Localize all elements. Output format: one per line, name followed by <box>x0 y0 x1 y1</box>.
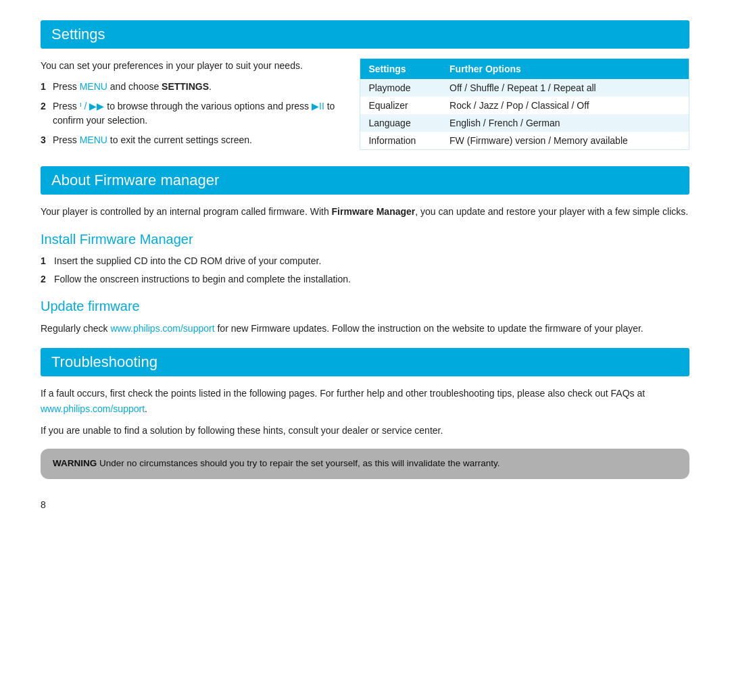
settings-step-2: 2 Press ᑊ / ▶▶ to browse through the var… <box>41 99 339 128</box>
warning-text: Under no circumstances should you try to… <box>97 458 500 468</box>
table-row: Playmode Off / Shuffle / Repeat 1 / Repe… <box>360 79 689 97</box>
settings-left-column: You can set your preferences in your pla… <box>41 58 339 154</box>
page-number: 8 <box>41 499 689 510</box>
install-step-2: 2 Follow the onscreen instructions to be… <box>41 272 689 286</box>
about-firmware-text: Your player is controlled by an internal… <box>41 204 689 219</box>
setting-options-equalizer: Rock / Jazz / Pop / Classical / Off <box>441 97 689 114</box>
setting-name-playmode: Playmode <box>360 79 441 97</box>
setting-options-playmode: Off / Shuffle / Repeat 1 / Repeat all <box>441 79 689 97</box>
settings-step-1: 1 Press MENU and choose SETTINGS. <box>41 80 339 94</box>
philips-support-link-trouble[interactable]: www.philips.com/support <box>41 403 145 414</box>
install-steps-list: 1 Insert the supplied CD into the CD ROM… <box>41 254 689 286</box>
troubleshooting-p2: If you are unable to find a solution by … <box>41 423 689 438</box>
table-header-row: Settings Further Options <box>360 59 689 80</box>
setting-options-information: FW (Firmware) version / Memory available <box>441 132 689 150</box>
warning-label: WARNING <box>53 458 97 468</box>
install-step-1-num: 1 <box>41 254 46 268</box>
menu-word-3: MENU <box>80 134 107 145</box>
table-row: Information FW (Firmware) version / Memo… <box>360 132 689 150</box>
warning-box: WARNING Under no circumstances should yo… <box>41 449 689 478</box>
about-text-after: , you can update and restore your player… <box>415 206 688 217</box>
firmware-manager-bold: Firmware Manager <box>332 206 416 217</box>
troubleshooting-header: Troubleshooting <box>41 348 689 376</box>
update-text-after: for new Firmware updates. Follow the ins… <box>215 323 643 334</box>
menu-word-1: MENU <box>80 81 107 92</box>
prev-next-icon: ᑊ / ▶▶ <box>80 101 105 111</box>
troubleshooting-p1-before: If a fault occurs, first check the point… <box>41 388 645 399</box>
settings-bold: SETTINGS <box>162 81 209 92</box>
table-row: Language English / French / German <box>360 114 689 132</box>
install-firmware-header: Install Firmware Manager <box>41 232 689 247</box>
install-firmware-section: Install Firmware Manager 1 Insert the su… <box>41 232 689 286</box>
table-col2-header: Further Options <box>441 59 689 80</box>
settings-options-table: Settings Further Options Playmode Off / … <box>360 58 689 150</box>
setting-options-language: English / French / German <box>441 114 689 132</box>
settings-section: Settings You can set your preferences in… <box>41 20 689 154</box>
about-text-before: Your player is controlled by an internal… <box>41 206 332 217</box>
settings-header: Settings <box>41 20 689 49</box>
update-firmware-header: Update firmware <box>41 299 689 314</box>
table-row: Equalizer Rock / Jazz / Pop / Classical … <box>360 97 689 114</box>
install-step-1: 1 Insert the supplied CD into the CD ROM… <box>41 254 689 268</box>
step-3-num: 3 <box>41 133 46 147</box>
settings-step-3: 3 Press MENU to exit the current setting… <box>41 133 339 147</box>
step-2-num: 2 <box>41 99 46 114</box>
table-col1-header: Settings <box>360 59 441 80</box>
install-step-2-num: 2 <box>41 272 46 286</box>
setting-name-language: Language <box>360 114 441 132</box>
about-firmware-header: About Firmware manager <box>41 166 689 195</box>
settings-steps-list: 1 Press MENU and choose SETTINGS. 2 Pres… <box>41 80 339 147</box>
update-firmware-text: Regularly check www.philips.com/support … <box>41 321 689 336</box>
install-step-1-text: Insert the supplied CD into the CD ROM d… <box>54 255 321 266</box>
play-pause-icon: ▶II <box>312 101 324 111</box>
troubleshooting-p1: If a fault occurs, first check the point… <box>41 386 689 416</box>
setting-name-equalizer: Equalizer <box>360 97 441 114</box>
step-1-num: 1 <box>41 80 46 94</box>
troubleshooting-section: Troubleshooting If a fault occurs, first… <box>41 348 689 478</box>
troubleshooting-p1-after: . <box>145 403 147 414</box>
settings-layout: You can set your preferences in your pla… <box>41 58 689 154</box>
settings-intro: You can set your preferences in your pla… <box>41 58 339 73</box>
setting-name-information: Information <box>360 132 441 150</box>
about-firmware-section: About Firmware manager Your player is co… <box>41 166 689 219</box>
update-firmware-section: Update firmware Regularly check www.phil… <box>41 299 689 336</box>
philips-support-link-update[interactable]: www.philips.com/support <box>111 323 215 334</box>
update-text-before: Regularly check <box>41 323 111 334</box>
install-step-2-text: Follow the onscreen instructions to begi… <box>54 274 351 284</box>
